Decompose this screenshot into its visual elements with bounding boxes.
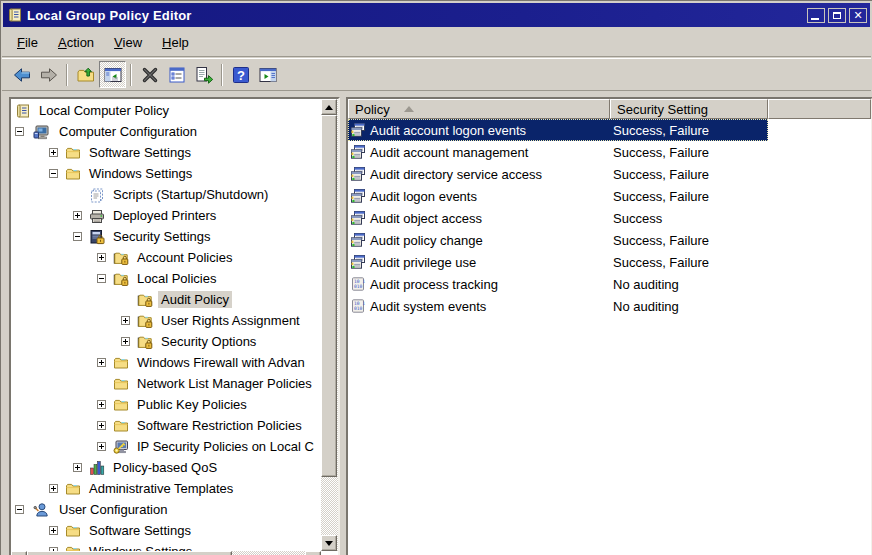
collapse-expander[interactable]: [73, 232, 82, 241]
collapse-expander[interactable]: [97, 274, 106, 283]
export-list-button[interactable]: [190, 61, 217, 88]
tree-item-network-list-manager-policies[interactable]: Network List Manager Policies: [11, 373, 320, 394]
expand-expander[interactable]: [121, 337, 130, 346]
tree-item-computer-configuration[interactable]: Computer Configuration: [11, 121, 320, 142]
tree-item-label: Network List Manager Policies: [134, 375, 315, 392]
expand-expander[interactable]: [97, 358, 106, 367]
policy-row-audit-directory-service-access[interactable]: Audit directory service access Success, …: [348, 163, 768, 185]
tree-item-user-software-settings[interactable]: Software Settings: [11, 520, 320, 541]
scroll-right-button[interactable]: [305, 551, 321, 555]
policy-row-audit-logon-events[interactable]: Audit logon events Success, Failure: [348, 185, 768, 207]
tree-item-audit-policy[interactable]: Audit Policy: [11, 289, 320, 310]
policy-not-defined-icon: [350, 298, 366, 314]
tree-item-label: Security Settings: [110, 228, 214, 245]
policy-row-audit-account-logon-events[interactable]: Audit account logon events Success, Fail…: [348, 119, 768, 141]
app-scroll-icon: [7, 7, 23, 23]
column-header-policy[interactable]: Policy: [348, 99, 610, 119]
expand-expander[interactable]: [97, 253, 106, 262]
close-button[interactable]: ✕: [849, 8, 867, 23]
expand-expander[interactable]: [49, 526, 58, 535]
tree-horizontal-scrollbar[interactable]: [11, 551, 321, 555]
menu-file[interactable]: File: [7, 31, 48, 55]
tree-item-security-options[interactable]: Security Options: [11, 331, 320, 352]
folder-icon: [113, 397, 129, 413]
tree-item-security-settings[interactable]: Security Settings: [11, 226, 320, 247]
tree-item-label: IP Security Policies on Local C: [134, 438, 317, 455]
tree-item-user-rights-assignment[interactable]: User Rights Assignment: [11, 310, 320, 331]
tree-item-administrative-templates[interactable]: Administrative Templates: [11, 478, 320, 499]
tree-item-public-key-policies[interactable]: Public Key Policies: [11, 394, 320, 415]
tree-item-windows-settings[interactable]: Windows Settings: [11, 163, 320, 184]
back-button[interactable]: [8, 61, 35, 88]
tree-item-windows-firewall[interactable]: Windows Firewall with Advan: [11, 352, 320, 373]
policy-row-audit-object-access[interactable]: Audit object access Success: [348, 207, 768, 229]
policy-row-audit-process-tracking[interactable]: Audit process tracking No auditing: [348, 273, 768, 295]
policy-row-audit-privilege-use[interactable]: Audit privilege use Success, Failure: [348, 251, 768, 273]
policy-row-audit-system-events[interactable]: Audit system events No auditing: [348, 295, 768, 317]
tree-item-local-policies[interactable]: Local Policies: [11, 268, 320, 289]
tree-item-ip-security-policies[interactable]: IP Security Policies on Local C: [11, 436, 320, 457]
collapse-expander[interactable]: [15, 505, 24, 514]
tree-item-scripts[interactable]: Scripts (Startup/Shutdown): [11, 184, 320, 205]
column-label: Security Setting: [617, 102, 708, 117]
forward-button[interactable]: [35, 61, 62, 88]
menu-help[interactable]: Help: [152, 31, 199, 55]
scroll-left-button[interactable]: [11, 551, 27, 555]
collapse-expander[interactable]: [15, 127, 24, 136]
toolbar-separator: [221, 64, 223, 86]
horizontal-scroll-thumb[interactable]: [27, 551, 232, 555]
policy-defined-icon: [350, 254, 366, 270]
minimize-button[interactable]: [807, 8, 825, 23]
tree-item-label: Local Policies: [134, 270, 220, 287]
tree-item-label: Windows Settings: [86, 165, 195, 182]
vertical-scroll-thumb[interactable]: [321, 115, 337, 477]
properties-button[interactable]: [163, 61, 190, 88]
expand-expander[interactable]: [73, 211, 82, 220]
back-arrow-icon: [12, 65, 32, 85]
delete-button[interactable]: [136, 61, 163, 88]
help-button[interactable]: [227, 61, 254, 88]
tree-item-label: Software Settings: [86, 144, 194, 161]
folder-icon: [65, 166, 81, 182]
tree-item-deployed-printers[interactable]: Deployed Printers: [11, 205, 320, 226]
minimize-icon: [811, 18, 819, 20]
tree-item-label: Security Options: [158, 333, 259, 350]
scroll-up-button[interactable]: [321, 99, 337, 115]
security-setting-value: No auditing: [610, 273, 768, 295]
tree-item-local-computer-policy[interactable]: Local Computer Policy: [11, 100, 320, 121]
scroll-down-button[interactable]: [321, 535, 337, 551]
tree-vertical-scrollbar[interactable]: [321, 99, 338, 551]
policy-name: Audit system events: [370, 299, 486, 314]
policy-row-audit-policy-change[interactable]: Audit policy change Success, Failure: [348, 229, 768, 251]
expand-expander[interactable]: [97, 442, 106, 451]
maximize-button[interactable]: [828, 8, 846, 23]
tree-item-label: Policy-based QoS: [110, 459, 220, 476]
sort-ascending-icon: [404, 106, 414, 112]
console-tree: Local Computer Policy Computer Configura…: [11, 99, 320, 555]
expand-expander[interactable]: [73, 463, 82, 472]
show-console-tree-button[interactable]: [99, 61, 126, 88]
expand-expander[interactable]: [121, 316, 130, 325]
up-one-level-button[interactable]: [72, 61, 99, 88]
tree-item-user-configuration[interactable]: User Configuration: [11, 499, 320, 520]
export-list-icon: [194, 65, 214, 85]
policy-name: Audit logon events: [370, 189, 477, 204]
collapse-expander[interactable]: [49, 169, 58, 178]
expand-expander[interactable]: [97, 400, 106, 409]
show-action-pane-button[interactable]: [254, 61, 281, 88]
tree-item-software-restriction-policies[interactable]: Software Restriction Policies: [11, 415, 320, 436]
column-header-filler: [768, 99, 871, 119]
toolbar-separator: [130, 64, 132, 86]
expand-expander[interactable]: [97, 421, 106, 430]
expand-expander[interactable]: [49, 484, 58, 493]
expand-expander[interactable]: [49, 148, 58, 157]
tree-item-software-settings[interactable]: Software Settings: [11, 142, 320, 163]
tree-item-account-policies[interactable]: Account Policies: [11, 247, 320, 268]
menu-view[interactable]: View: [104, 31, 152, 55]
policy-defined-icon: [350, 210, 366, 226]
column-header-security-setting[interactable]: Security Setting: [610, 99, 768, 119]
tree-item-policy-based-qos[interactable]: Policy-based QoS: [11, 457, 320, 478]
menu-action[interactable]: Action: [48, 31, 104, 55]
policy-row-audit-account-management[interactable]: Audit account management Success, Failur…: [348, 141, 768, 163]
security-setting-value: Success, Failure: [610, 185, 768, 207]
